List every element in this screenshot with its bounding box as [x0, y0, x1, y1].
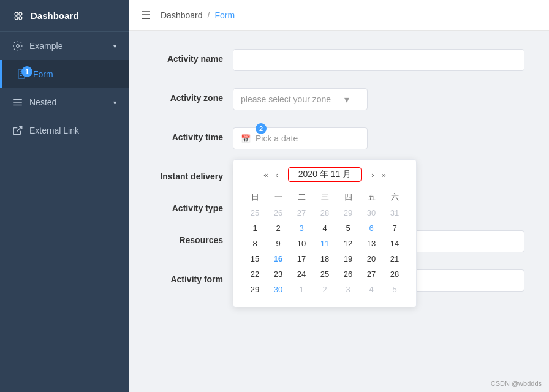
- instant-delivery-label: Instant delivery: [153, 167, 233, 181]
- sidebar-item-example-label: Example: [29, 41, 113, 51]
- calendar-day[interactable]: 13: [360, 236, 383, 251]
- calendar-day[interactable]: 23: [267, 266, 290, 282]
- activity-name-row: Activity name: [153, 49, 524, 71]
- time-badge: 2: [256, 123, 267, 134]
- calendar-day[interactable]: 26: [267, 205, 290, 221]
- calendar-day[interactable]: 28: [383, 266, 406, 282]
- main-content: ☰ Dashboard / Form Activity name Activit…: [129, 0, 549, 392]
- calendar-day[interactable]: 25: [313, 266, 336, 282]
- calendar-day[interactable]: 25: [243, 205, 267, 221]
- calendar-day[interactable]: 10: [290, 236, 313, 251]
- sidebar-title: Dashboard: [31, 10, 78, 21]
- calendar-weekday: 三: [313, 189, 336, 205]
- calendar-day[interactable]: 30: [267, 282, 290, 297]
- calendar-day[interactable]: 12: [336, 236, 360, 251]
- calendar-week-row: 15161718192021: [243, 251, 406, 266]
- calendar-day[interactable]: 31: [383, 205, 406, 221]
- calendar-day[interactable]: 6: [360, 221, 383, 236]
- external-link-icon: [12, 125, 23, 136]
- calendar-weekday: 日: [243, 189, 267, 205]
- calendar-week-row: 22232425262728: [243, 266, 406, 282]
- form-area: Activity name Activity zone please selec…: [129, 31, 549, 392]
- sidebar-item-external-label: External Link: [29, 126, 116, 135]
- sidebar-item-external-link[interactable]: External Link: [0, 116, 129, 145]
- calendar-day[interactable]: 19: [336, 251, 360, 266]
- calendar-day[interactable]: 5: [383, 282, 406, 297]
- calendar-day[interactable]: 4: [360, 282, 383, 297]
- sidebar-item-nested[interactable]: Nested ▾: [0, 88, 129, 116]
- calendar-day[interactable]: 1: [243, 221, 267, 236]
- calendar-day[interactable]: 28: [313, 205, 336, 221]
- dashboard-icon: [12, 10, 25, 22]
- calendar-day[interactable]: 29: [243, 282, 267, 297]
- calendar-week-row: 1234567: [243, 221, 406, 236]
- calendar-day[interactable]: 1: [290, 282, 313, 297]
- list-icon: [12, 97, 23, 108]
- calendar-day[interactable]: 7: [383, 221, 406, 236]
- activity-time-control: 📅 Pick a date 2: [233, 127, 524, 149]
- calendar-day[interactable]: 4: [313, 221, 336, 236]
- calendar-day[interactable]: 26: [336, 266, 360, 282]
- calendar-day[interactable]: 2: [313, 282, 336, 297]
- calendar-day[interactable]: 15: [243, 251, 267, 266]
- chevron-down-icon: ▾: [113, 43, 116, 50]
- menu-icon[interactable]: ☰: [141, 9, 151, 22]
- calendar-week-row: 293012345: [243, 282, 406, 297]
- calendar-weekday: 二: [290, 189, 313, 205]
- svg-line-12: [17, 126, 22, 131]
- sidebar-item-form[interactable]: 1 Form: [0, 60, 129, 88]
- calendar-day[interactable]: 24: [290, 266, 313, 282]
- activity-time-label: Activity time: [153, 127, 233, 142]
- next-month-btn[interactable]: ›: [369, 169, 376, 181]
- activity-zone-select-wrapper[interactable]: please select your zone Zone A Zone B Zo…: [233, 88, 355, 110]
- svg-point-3: [19, 16, 22, 19]
- calendar-day[interactable]: 22: [243, 266, 267, 282]
- footer-credit: CSDN @wbddds: [491, 380, 542, 387]
- next-year-btn[interactable]: »: [379, 169, 388, 181]
- prev-year-btn[interactable]: «: [261, 169, 270, 181]
- calendar-weekday: 六: [383, 189, 406, 205]
- form-badge: 1: [21, 66, 32, 77]
- breadcrumb-current: Form: [214, 10, 235, 20]
- calendar-day[interactable]: 17: [290, 251, 313, 266]
- activity-name-input[interactable]: [233, 49, 524, 71]
- activity-form-label: Activity form: [153, 270, 233, 284]
- calendar-day[interactable]: 20: [360, 251, 383, 266]
- calendar-day[interactable]: 30: [360, 205, 383, 221]
- svg-point-4: [17, 45, 20, 48]
- prev-month-btn[interactable]: ‹: [273, 169, 280, 181]
- sidebar-item-nested-label: Nested: [29, 97, 113, 107]
- calendar-weekday: 四: [336, 189, 360, 205]
- calendar-day[interactable]: 2: [267, 221, 290, 236]
- activity-zone-label: Activity zone: [153, 88, 233, 103]
- calendar-weekday: 五: [360, 189, 383, 205]
- calendar-day[interactable]: 3: [336, 282, 360, 297]
- breadcrumb: Dashboard / Form: [161, 10, 235, 20]
- calendar-day[interactable]: 11: [313, 236, 336, 251]
- calendar-weekday: 一: [267, 189, 290, 205]
- calendar-day[interactable]: 3: [290, 221, 313, 236]
- calendar-day[interactable]: 14: [383, 236, 406, 251]
- calendar-day[interactable]: 18: [313, 251, 336, 266]
- calendar-day[interactable]: 9: [267, 236, 290, 251]
- settings-icon: [12, 40, 23, 51]
- calendar-day[interactable]: 16: [267, 251, 290, 266]
- calendar-day[interactable]: 8: [243, 236, 267, 251]
- breadcrumb-separator: /: [208, 10, 210, 20]
- svg-point-1: [19, 12, 22, 15]
- calendar-icon: 📅: [241, 134, 251, 143]
- activity-time-placeholder: Pick a date: [256, 134, 298, 143]
- sidebar-item-example[interactable]: Example ▾: [0, 32, 129, 60]
- calendar-day[interactable]: 21: [383, 251, 406, 266]
- calendar-popup: « ‹ 2020 年 11 月 › » 日一二三四五六 252627282930…: [233, 159, 417, 307]
- activity-zone-select[interactable]: please select your zone Zone A Zone B Zo…: [233, 88, 368, 110]
- svg-point-2: [15, 16, 18, 19]
- calendar-day[interactable]: 29: [336, 205, 360, 221]
- calendar-header: « ‹ 2020 年 11 月 › »: [243, 167, 406, 182]
- breadcrumb-root[interactable]: Dashboard: [161, 10, 203, 20]
- calendar-day[interactable]: 5: [336, 221, 360, 236]
- activity-type-label: Activity type: [153, 198, 233, 213]
- calendar-day[interactable]: 27: [360, 266, 383, 282]
- calendar-day[interactable]: 27: [290, 205, 313, 221]
- activity-time-input[interactable]: 📅 Pick a date 2: [233, 127, 368, 149]
